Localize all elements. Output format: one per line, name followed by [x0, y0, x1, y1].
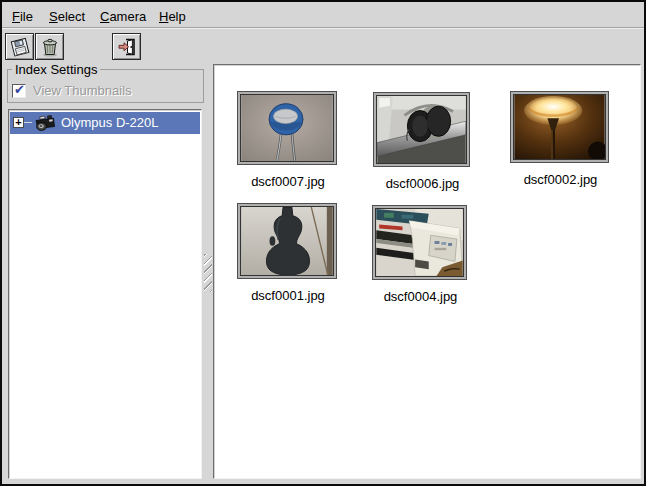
exit-door-icon: [116, 36, 138, 58]
thumbnail-filename: dscf0006.jpg: [373, 176, 472, 191]
save-button[interactable]: [5, 33, 34, 60]
photo-printer: [372, 205, 467, 280]
menu-bar: File Select Camera Help: [2, 2, 644, 28]
thumbnail-filename: dscf0002.jpg: [510, 172, 611, 187]
gtkam-window: File Select Camera Help: [0, 0, 646, 486]
thumbnail-filename: dscf0004.jpg: [372, 289, 469, 304]
photo-guitar-case: [237, 203, 337, 279]
exit-button[interactable]: [112, 33, 141, 60]
menu-select[interactable]: Select: [47, 8, 87, 25]
thumbnail-dscf0001[interactable]: dscf0001.jpg: [237, 203, 339, 303]
photo-headphones: [373, 92, 470, 167]
menu-help[interactable]: Help: [157, 8, 188, 25]
menu-file[interactable]: File: [10, 8, 35, 25]
tree-row-olympus[interactable]: + Olympus D-220L: [10, 112, 200, 134]
photo-capacitor: [237, 91, 337, 165]
thumbnail-dscf0002[interactable]: dscf0002.jpg: [510, 91, 611, 187]
thumbnail-browser: dscf0007.jpg: [213, 64, 641, 479]
thumbnail-filename: dscf0007.jpg: [237, 174, 339, 189]
photo-lamp: [510, 91, 609, 163]
view-thumbnails-row: ✔ View Thumbnails: [12, 83, 132, 98]
trash-icon: [39, 36, 61, 58]
thumbnail-dscf0006[interactable]: dscf0006.jpg: [373, 92, 472, 191]
view-thumbnails-label: View Thumbnails: [33, 83, 132, 98]
frame-title: Index Settings: [12, 62, 100, 77]
delete-button[interactable]: [35, 33, 64, 60]
checkmark-icon: ✔: [14, 83, 25, 97]
thumbnail-dscf0007[interactable]: dscf0007.jpg: [237, 91, 339, 189]
thumbnail-filename: dscf0001.jpg: [237, 288, 339, 303]
expander-icon[interactable]: +: [13, 117, 24, 128]
tree-connector: [24, 122, 32, 123]
tree-item-label: Olympus D-220L: [61, 115, 159, 130]
camera-tree: + Olympus D-220L: [8, 109, 202, 479]
view-thumbnails-checkbox[interactable]: ✔: [12, 84, 26, 98]
menu-camera[interactable]: Camera: [98, 8, 148, 25]
floppy-disk-icon: [9, 36, 31, 58]
thumbnail-dscf0004[interactable]: dscf0004.jpg: [372, 205, 469, 304]
pane-splitter-handle[interactable]: [204, 254, 212, 292]
camera-icon: [32, 114, 58, 135]
